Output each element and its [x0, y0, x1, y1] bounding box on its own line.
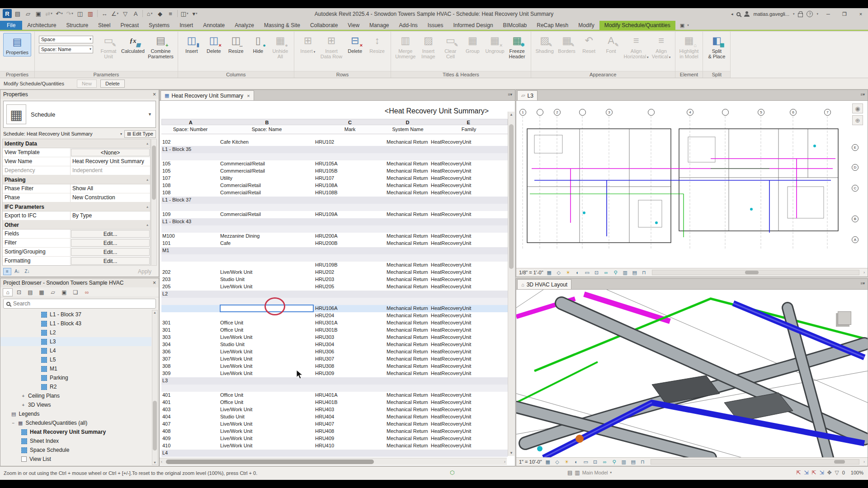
- schedule-cell[interactable]: Mechanical Return: [387, 428, 429, 434]
- account-icon[interactable]: [744, 11, 750, 17]
- schedule-cell[interactable]: Mechanical Return: [387, 421, 429, 427]
- schedule-row[interactable]: 306Live/Work UnitHRU306Mechanical Return…: [161, 348, 508, 356]
- schedule-cell[interactable]: 301: [162, 320, 218, 325]
- property-value[interactable]: Show All: [71, 184, 150, 193]
- schedule-row[interactable]: M100Mezzanine DiningHRU200AMechanical Re…: [161, 233, 508, 240]
- schedule-row[interactable]: 307Live/Work UnitHRU307Mechanical Return…: [161, 356, 508, 363]
- tag-icon[interactable]: ▽: [121, 9, 130, 18]
- list-view-icon[interactable]: ▤: [25, 288, 35, 296]
- account-caret-icon[interactable]: ▾: [793, 12, 795, 16]
- schedule-cell[interactable]: HeatRecoveryUnit: [431, 313, 507, 318]
- schedule-cell[interactable]: Studio Unit: [220, 414, 313, 419]
- visual-style-icon[interactable]: ◇: [555, 269, 562, 276]
- schedule-row[interactable]: 301Office UnitHRU301BMechanical ReturnHe…: [161, 327, 508, 334]
- schedule-cell[interactable]: 307: [162, 356, 218, 361]
- signed-in-user[interactable]: matias.gavegli...: [753, 11, 789, 17]
- insert-column-button[interactable]: ◫▮Insert: [181, 33, 202, 55]
- schedule-cell[interactable]: 109: [162, 211, 218, 217]
- schedule-row[interactable]: 205Live/Work UnitHRU205Mechanical Return…: [161, 283, 508, 291]
- schedule-cell[interactable]: HeatRecoveryUnit: [431, 211, 507, 217]
- search-box[interactable]: [3, 299, 156, 309]
- schedule-cell[interactable]: HeatRecoveryUnit: [431, 175, 507, 181]
- hide-column-button[interactable]: ▯●Hide: [248, 33, 269, 55]
- open-file-icon[interactable]: ▱: [24, 9, 33, 18]
- detail-level-icon[interactable]: ▦: [546, 269, 553, 276]
- property-section-header[interactable]: Phasing▴: [3, 175, 150, 184]
- schedule-cell[interactable]: Commmercial/Retail: [220, 168, 313, 174]
- panel-display-icon[interactable]: ▣: [680, 23, 684, 28]
- schedule-cell[interactable]: Live/Work Unit: [220, 421, 313, 427]
- schedule-row[interactable]: 401Office UnitHRU401BMechanical ReturnHe…: [161, 399, 508, 406]
- tree-item-m1[interactable]: M1: [0, 364, 151, 373]
- column-header[interactable]: Family: [430, 125, 508, 134]
- ribbon-tab-recap-mesh[interactable]: ReCap Mesh: [532, 21, 573, 30]
- schedule-cell[interactable]: HRU303: [315, 334, 385, 340]
- column-header[interactable]: Space: Number: [161, 125, 219, 134]
- undo-icon[interactable]: ↶▾: [55, 9, 64, 18]
- ribbon-tab-modify[interactable]: Modify: [573, 21, 599, 30]
- ribbon-tab-steel[interactable]: Steel: [93, 21, 115, 30]
- tree-item-l1-block-37[interactable]: L1 - Block 37: [0, 310, 151, 319]
- ribbon-tab-issues[interactable]: Issues: [423, 21, 448, 30]
- aligned-dimension-icon[interactable]: ∠▾: [110, 9, 119, 18]
- ribbon-tab-massing-site[interactable]: Massing & Site: [259, 21, 305, 30]
- schedule-row[interactable]: 102Cafe KitchenHRU102Mechanical ReturnHe…: [161, 139, 508, 146]
- apply-button[interactable]: Apply: [138, 268, 156, 275]
- zoom-view-icon[interactable]: ⊡: [14, 288, 24, 296]
- schedule-row[interactable]: [161, 298, 508, 305]
- ribbon-tab-add-ins[interactable]: Add-Ins: [394, 21, 422, 30]
- schedule-cell[interactable]: Commercial/Retail: [220, 183, 313, 188]
- schedule-cell[interactable]: Mechanical Return: [387, 262, 429, 267]
- constraints-icon[interactable]: ⊓: [641, 269, 648, 276]
- ungroup-button[interactable]: ▦×Ungroup: [484, 33, 505, 55]
- navigation-wheel-icon[interactable]: ◉: [852, 103, 863, 113]
- revit-logo-icon[interactable]: R: [3, 9, 12, 18]
- tree-item-l3[interactable]: L3: [0, 337, 151, 346]
- scroll-right-icon[interactable]: ›: [863, 460, 865, 464]
- view-horizontal-scrollbar[interactable]: [651, 459, 859, 465]
- shadows-icon[interactable]: ◐: [573, 459, 580, 465]
- insert-image-button[interactable]: ▨InsertImage: [418, 33, 439, 60]
- reset-button[interactable]: ↶Reset: [579, 33, 599, 55]
- schedule-cell[interactable]: Mechanical Return: [387, 175, 429, 181]
- thin-lines-icon[interactable]: ≡: [166, 9, 175, 18]
- schedule-row[interactable]: 301Office UnitHRU301AMechanical ReturnHe…: [161, 319, 508, 327]
- schedule-cell[interactable]: HeatRecoveryUnit: [431, 161, 507, 166]
- ribbon-tab-collaborate[interactable]: Collaborate: [305, 21, 343, 30]
- zoom-tool-icon[interactable]: ⊕: [852, 115, 863, 125]
- schedule-cell[interactable]: Mechanical Return: [387, 161, 429, 166]
- align-horizontal-button[interactable]: ≡AlignHorizontal ▾: [623, 33, 650, 61]
- shadows-icon[interactable]: ◐: [574, 269, 581, 276]
- schedule-cell[interactable]: Mechanical Return: [387, 443, 429, 448]
- tree-item-l1-block-43[interactable]: L1 - Block 43: [0, 319, 151, 328]
- temporary-view-icon[interactable]: ▤: [631, 269, 638, 276]
- clear-cell-button[interactable]: ▭✎ClearCell: [440, 33, 461, 60]
- collapse-chevron-icon[interactable]: ◂: [731, 12, 733, 16]
- property-value[interactable]: By Type: [71, 211, 150, 220]
- schedule-cell[interactable]: HeatRecoveryUnit: [431, 399, 507, 405]
- sheet-icon[interactable]: ▱: [48, 288, 58, 296]
- area-icon[interactable]: ▣: [59, 288, 69, 296]
- tree-item-l5[interactable]: L5: [0, 355, 151, 364]
- schedule-cell[interactable]: HRU102: [315, 139, 385, 145]
- switch-windows-icon[interactable]: ◫▾: [180, 9, 189, 18]
- schedule-cell[interactable]: HRU410: [315, 443, 385, 448]
- schedule-cell[interactable]: Mechanical Return: [387, 211, 429, 217]
- schedule-tab-close-icon[interactable]: ×: [247, 93, 250, 99]
- project-browser-close-icon[interactable]: ×: [153, 280, 156, 286]
- group-button[interactable]: ▦Group: [462, 33, 483, 55]
- schedule-cell[interactable]: Mechanical Return: [387, 349, 429, 354]
- schedule-cell[interactable]: Cafe: [220, 240, 313, 246]
- reveal-hidden-icon[interactable]: ⚲: [611, 459, 618, 465]
- schedule-cell[interactable]: HeatRecoveryUnit: [431, 421, 507, 427]
- schedule-cell[interactable]: HRU401B: [315, 399, 385, 405]
- schedule-row[interactable]: 403Live/Work UnitHRU403Mechanical Return…: [161, 406, 508, 413]
- column-letter[interactable]: B: [220, 119, 314, 125]
- schedule-cell[interactable]: Live/Work Unit: [220, 284, 313, 289]
- schedule-row[interactable]: 409Live/Work UnitHRU409Mechanical Return…: [161, 435, 508, 442]
- schedule-cell[interactable]: 401: [162, 399, 218, 405]
- schedule-cell[interactable]: 102: [162, 139, 218, 145]
- view-scale-button[interactable]: 1/8" = 1'-0": [519, 270, 543, 275]
- schedule-cell[interactable]: HRU409: [315, 436, 385, 441]
- tab-list-icon[interactable]: ≡▾: [860, 92, 865, 97]
